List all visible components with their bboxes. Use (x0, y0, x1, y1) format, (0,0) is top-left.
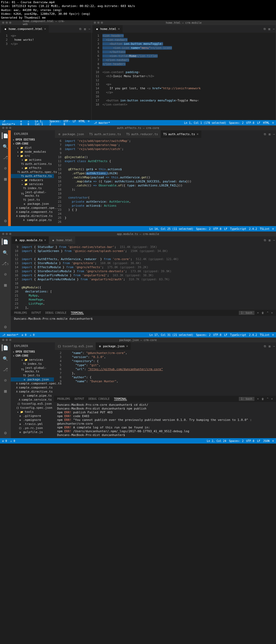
encoding-status[interactable]: UTF-8 (246, 439, 254, 442)
project-section[interactable]: ▾CRM-CORE (11, 354, 54, 358)
tree-item[interactable]: ▸📁services (11, 182, 54, 186)
layout-icon[interactable]: ▥ (269, 345, 271, 348)
debug-icon[interactable]: ⊘ (2, 377, 9, 383)
tree-item[interactable]: Asample.component.ts (11, 210, 54, 214)
cursor-pos[interactable]: Ln 2, Col 24 (207, 439, 226, 442)
status-bar-right[interactable]: ⎇ master* Ln 1, Col 1 (178 selected) Spa… (92, 120, 276, 125)
tree-item[interactable]: ▸📁node_modules (11, 150, 54, 154)
indent-status[interactable]: Spaces: 2 (229, 439, 244, 442)
warning-count[interactable]: ⚠ 0 (27, 120, 32, 126)
tree-item[interactable]: ▸📁services (11, 358, 54, 362)
status-bar-pane2[interactable]: Ln 14, Col 25 (11 selected) Spaces: 2 UT… (0, 226, 276, 231)
tree-item[interactable]: Asample.component.spec.ts (11, 381, 54, 386)
extensions-icon[interactable]: ▦ (2, 388, 9, 394)
code-editor[interactable]: import { StatusBar } from '@ionic-native… (22, 245, 276, 309)
error-count[interactable]: ⊘ 0 (2, 439, 7, 442)
extensions-icon[interactable]: ▦ (2, 176, 9, 182)
settings-icon[interactable]: ⚙ (2, 323, 9, 330)
branch-indicator[interactable]: ⎇ master* (94, 121, 110, 124)
more-icon[interactable]: ⋯ (88, 27, 90, 31)
settings-icon[interactable]: ⚙ (2, 430, 9, 436)
indent-status[interactable]: Spaces: 2 (229, 121, 244, 124)
indent-status[interactable]: Spaces: 2 (50, 120, 61, 126)
terminal-output[interactable]: Duncans-MacBook-Pro:crm-mobile duncanhun… (11, 316, 276, 332)
editor-tab[interactable]: TSauth.reducer.ts (124, 130, 161, 138)
tree-item[interactable]: Asample.service.ts (11, 398, 54, 402)
git-icon[interactable]: ⎇ (2, 154, 9, 161)
tab-home-html[interactable]: ◆ home.html × (93, 25, 123, 33)
terminal-tab[interactable]: TERMINAL (114, 397, 127, 401)
editor-tab[interactable]: ◆home.html (49, 236, 75, 244)
tree-item[interactable]: ⚙.npmignore (11, 418, 54, 422)
maximize-icon[interactable]: ^ (267, 311, 268, 314)
debug-console-tab[interactable]: DEBUG CONSOLE (45, 311, 66, 314)
tree-item[interactable]: {}tsconfig.es5.json (11, 402, 54, 406)
editor-tab[interactable]: Aapp.module.ts× (12, 236, 49, 244)
split-icon[interactable]: ⧉ (79, 27, 81, 31)
eol-status[interactable]: LF (224, 227, 227, 230)
tree-item[interactable]: TSindex.ts (11, 362, 54, 366)
tree-item[interactable]: Asample.pipe.ts (11, 394, 54, 398)
output-tab[interactable]: OUTPUT (31, 311, 41, 314)
problems-tab[interactable]: PROBLEMS (14, 311, 27, 314)
indent-status[interactable]: Spaces: 2 (196, 227, 211, 230)
tree-item[interactable]: TSjest.ts (11, 198, 54, 202)
tree-item[interactable]: {}.yo-rc.json (11, 426, 54, 430)
tree-item[interactable]: Asample.directive.ts (11, 214, 54, 218)
tree-item[interactable]: Asample.component.spe.. (11, 206, 54, 210)
tree-item[interactable]: ⚙package.json (11, 202, 54, 206)
error-count[interactable]: ⊘ 0 (20, 120, 24, 126)
smiley-icon[interactable]: ☺ (272, 227, 274, 230)
explorer-icon[interactable]: 📄 (2, 238, 8, 245)
git-icon[interactable]: ⎇₅ (2, 260, 9, 267)
tree-item[interactable]: TSauth.effects.ts (11, 174, 54, 178)
code-editor-right[interactable]: <ion-header> <ion-navbar> <button ion-bu… (102, 34, 276, 107)
tree-item[interactable]: ⚙gulpfile.js (11, 430, 54, 434)
branch-indicator[interactable]: ⎇ master* (2, 333, 18, 336)
terminal-tab[interactable]: TERMINAL (71, 311, 84, 315)
branch-indicator[interactable]: ⎇ master*+ (2, 120, 17, 126)
cursor-pos[interactable]: Ln 14, Col 25 (11 selected) (150, 227, 194, 230)
tree-item[interactable]: ▾📁effects (11, 166, 54, 170)
layout-icon[interactable]: ▥ (269, 132, 271, 136)
terminal-select[interactable]: 1: bash (239, 311, 254, 315)
tree-item[interactable]: {}tsconfig.spec.json (11, 406, 54, 410)
debug-icon[interactable]: ⊘ (2, 165, 9, 171)
ts-version[interactable]: 2.4.2 (249, 333, 257, 336)
layout-icon[interactable]: ▥ (268, 27, 270, 31)
eol-status[interactable]: LF (224, 333, 227, 336)
tab-home-component[interactable]: ◆ home.component.html × (1, 25, 49, 33)
more-icon[interactable]: ⋯ (273, 27, 275, 31)
tree-item[interactable]: TSindex.ts (11, 186, 54, 190)
smiley-icon[interactable]: ☺ (88, 120, 89, 126)
encoding-status[interactable]: UTF-8 (213, 333, 221, 336)
editor-tab[interactable]: TSauth.effects.ts× (161, 130, 201, 138)
editor-tab[interactable]: ⚙package.json× (96, 342, 131, 350)
split-icon[interactable]: ⧉ (264, 345, 266, 348)
tslint-status[interactable]: TSLint (260, 333, 270, 336)
encoding-status[interactable]: UTF-8 (213, 227, 221, 230)
search-icon[interactable]: 🔍 (2, 143, 9, 150)
editor-tab[interactable]: ⚙package.json (55, 130, 87, 138)
tree-item[interactable]: ▸📁dist (11, 146, 54, 150)
warning-count[interactable]: ⚠ 0 (10, 439, 15, 442)
explorer-icon[interactable]: 📄 (2, 345, 8, 351)
lang-status[interactable]: HTML (263, 121, 270, 124)
editor-tab[interactable]: TSauth.actions.ts (87, 130, 123, 138)
code-editor[interactable]: import 'rxjs/add/operator/switchMap'; im… (65, 139, 276, 225)
editor-tab[interactable]: {}tsconfig.es5.json (55, 342, 96, 350)
more-icon[interactable]: ⋯ (273, 345, 275, 348)
tree-item[interactable]: TSjest-global-mocks.ts (11, 366, 54, 373)
cursor-pos[interactable]: Ln 1, Col 1 (35, 120, 47, 126)
split-icon[interactable]: ⧉ (264, 27, 266, 31)
status-bar-pane3[interactable]: ⎇ master* ⊘ 0 ⚠ 0 Ln 17, Col 31 (21 sele… (0, 332, 276, 338)
close-icon[interactable]: × (118, 27, 120, 31)
terminal-output[interactable]: Duncans-MacBook-Pro:crm-core duncanhunte… (54, 402, 276, 438)
encoding-status[interactable]: UTF-8 (246, 121, 254, 124)
explorer-icon[interactable]: 📄 (2, 132, 8, 139)
tree-item[interactable]: ▸📁tools (11, 410, 54, 414)
output-tab[interactable]: OUTPUT (74, 397, 84, 400)
more-icon[interactable]: ⋯ (273, 238, 275, 242)
split-icon[interactable]: ⧉ (264, 132, 266, 136)
split-icon[interactable]: ⧉ (264, 238, 266, 242)
